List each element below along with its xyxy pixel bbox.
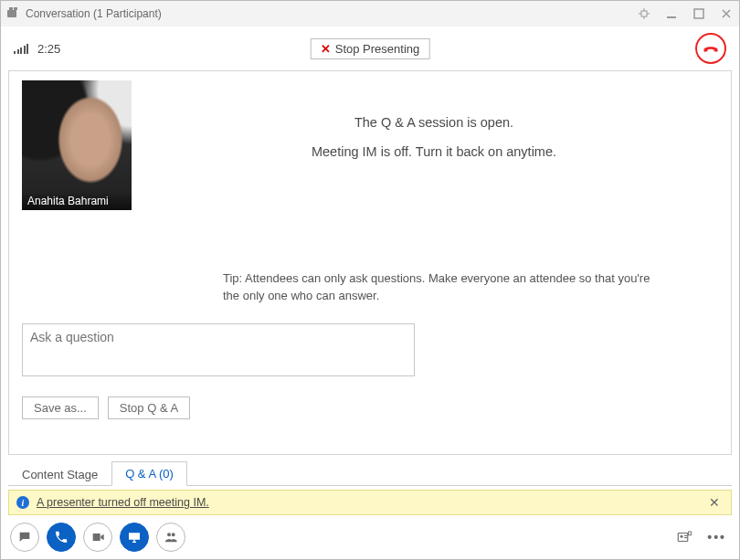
minimize-button[interactable]	[664, 6, 679, 21]
svg-rect-8	[684, 535, 687, 536]
participants-button[interactable]	[156, 523, 185, 552]
stop-presenting-label: Stop Presenting	[335, 42, 420, 56]
bottom-toolbar: •••	[1, 515, 739, 559]
qa-tip-text: Tip: Attendees can only ask questions. M…	[223, 270, 652, 305]
pop-out-icon[interactable]	[637, 6, 651, 21]
im-button[interactable]	[10, 523, 39, 552]
call-info-bar: 2:25 ✕ Stop Presenting	[1, 26, 739, 70]
video-button[interactable]	[83, 523, 112, 552]
stop-presenting-button[interactable]: ✕ Stop Presenting	[311, 38, 430, 59]
svg-rect-10	[689, 532, 692, 535]
svg-rect-5	[694, 9, 703, 18]
presenter-block: Anahita Bahrami The Q & A session is ope…	[22, 80, 718, 210]
qa-open-message: The Q & A session is open.	[159, 115, 709, 130]
notification-close-button[interactable]: ✕	[705, 495, 724, 510]
qa-action-buttons: Save as... Stop Q & A	[22, 396, 718, 419]
svg-rect-3	[641, 11, 647, 16]
tab-qa[interactable]: Q & A (0)	[111, 461, 187, 486]
stop-qa-button[interactable]: Stop Q & A	[108, 396, 190, 419]
close-button[interactable]	[719, 6, 734, 21]
content-area: Anahita Bahrami The Q & A session is ope…	[8, 70, 732, 455]
tab-content-stage[interactable]: Content Stage	[8, 462, 111, 486]
x-icon: ✕	[321, 42, 331, 56]
svg-rect-9	[684, 537, 687, 538]
presenter-name: Anahita Bahrami	[22, 192, 132, 210]
svg-rect-4	[667, 16, 676, 18]
info-icon: i	[16, 496, 29, 509]
present-button[interactable]	[120, 523, 149, 552]
audio-button[interactable]	[47, 523, 76, 552]
notification-bar: i A presenter turned off meeting IM. ✕	[8, 490, 732, 515]
notification-text[interactable]: A presenter turned off meeting IM.	[37, 496, 698, 509]
presenter-image	[22, 80, 132, 210]
svg-point-7	[681, 535, 683, 538]
svg-rect-2	[14, 7, 17, 10]
titlebar: Conversation (1 Participant)	[1, 1, 739, 26]
maximize-button[interactable]	[692, 6, 706, 21]
hang-up-button[interactable]	[695, 33, 726, 64]
more-options-button[interactable]: •••	[703, 526, 730, 548]
qa-status-messages: The Q & A session is open. Meeting IM is…	[159, 115, 709, 159]
presenter-video-tile[interactable]: Anahita Bahrami	[22, 80, 132, 210]
window-title: Conversation (1 Participant)	[26, 7, 632, 20]
svg-rect-0	[7, 10, 16, 17]
app-icon	[6, 6, 21, 21]
stage-tabs: Content Stage Q & A (0)	[8, 460, 732, 486]
save-as-button[interactable]: Save as...	[22, 396, 99, 419]
ask-question-input[interactable]	[22, 323, 415, 376]
svg-rect-1	[9, 7, 13, 10]
im-off-message: Meeting IM is off. Turn it back on anyti…	[159, 144, 709, 159]
signal-icon	[14, 43, 28, 54]
contact-card-button[interactable]	[672, 525, 696, 549]
call-duration: 2:25	[37, 42, 60, 56]
window-controls	[637, 6, 734, 21]
